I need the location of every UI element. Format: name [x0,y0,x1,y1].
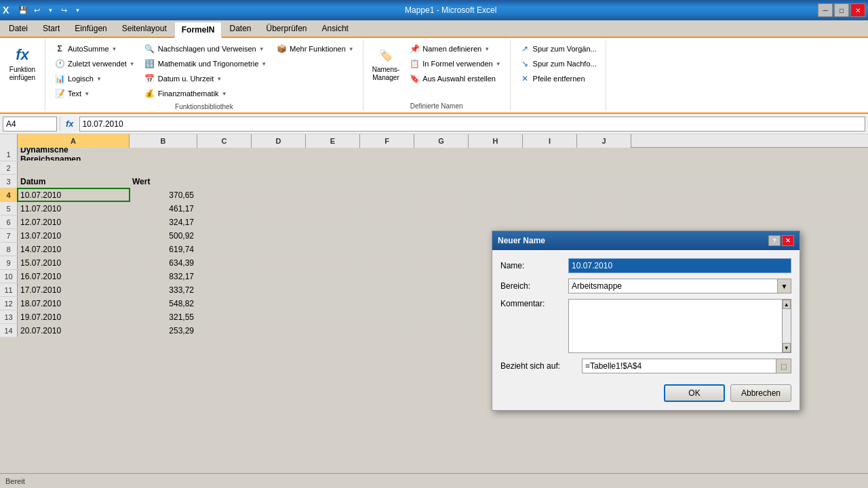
cell-C9[interactable] [197,256,252,269]
cell-C14[interactable] [197,324,252,337]
cell-F4[interactable] [360,188,414,201]
nachschlagen-btn[interactable]: 🔍 Nachschlagen und Verweisen ▼ [141,42,271,56]
funktion-einfuegen-btn[interactable]: fx Funktioneinfügen [5,42,39,84]
cell-D10[interactable] [252,270,306,283]
maximize-btn[interactable]: □ [834,3,849,17]
cell-J2[interactable] [577,161,631,174]
dialog-help-btn[interactable]: ? [768,235,781,246]
cell-A13[interactable]: 19.07.2010 [18,310,130,323]
dialog-bereich-select[interactable]: Arbeitsmappe [568,279,778,293]
cell-E12[interactable] [306,297,360,310]
logisch-arrow[interactable]: ▼ [96,76,102,82]
cell-J4[interactable] [577,188,631,201]
text-arrow[interactable]: ▼ [84,91,90,97]
cell-E4[interactable] [306,188,360,201]
aus-auswahl-btn[interactable]: 🔖 Aus Auswahl erstellen [406,72,504,85]
cell-B1[interactable] [130,148,197,161]
cell-J1[interactable] [577,148,631,161]
cell-D5[interactable] [252,202,306,215]
cell-B11[interactable]: 333,72 [130,283,197,296]
customize-quick-btn[interactable]: ▼ [71,4,83,16]
cell-A5[interactable]: 11.07.2010 [18,202,130,215]
finanzmathematik-btn[interactable]: 💰 Finanzmathematik ▼ [141,87,271,100]
cell-F6[interactable] [360,216,414,228]
cell-F13[interactable] [360,310,414,323]
cell-B14[interactable]: 253,29 [130,324,197,337]
cell-I1[interactable] [523,148,577,161]
tab-daten[interactable]: Daten [222,20,258,37]
cell-F9[interactable] [360,256,414,269]
in-formel-btn[interactable]: 📋 In Formel verwenden ▼ [406,57,504,70]
save-quick-btn[interactable]: 💾 [17,4,29,16]
cell-H1[interactable] [469,148,523,161]
zuletzt-btn[interactable]: 🕐 Zuletzt verwendet ▼ [51,57,138,70]
cell-A6[interactable]: 12.07.2010 [18,216,130,228]
cell-B4[interactable]: 370,65 [130,188,197,201]
cell-G9[interactable] [414,256,469,269]
cell-B6[interactable]: 324,17 [130,216,197,228]
dialog-ok-btn[interactable]: OK [664,384,725,402]
cell-B10[interactable]: 832,17 [130,270,197,283]
cell-A10[interactable]: 16.07.2010 [18,270,130,283]
dialog-bezieht-input[interactable] [582,359,776,373]
cell-E11[interactable] [306,283,360,296]
name-box[interactable] [3,117,57,131]
cell-C10[interactable] [197,270,252,283]
cell-B7[interactable]: 500,92 [130,229,197,242]
cell-A3[interactable]: Datum [18,175,130,188]
cell-H3[interactable] [469,175,523,188]
namens-manager-btn[interactable]: 🏷️ Namens-Manager [369,42,403,84]
cell-D7[interactable] [252,229,306,242]
spur-nachfo-btn[interactable]: ↘ Spur zum Nachfo... [516,57,600,70]
datum-arrow[interactable]: ▼ [216,76,222,82]
datum-btn[interactable]: 📅 Datum u. Uhrzeit ▼ [141,72,271,85]
cell-D8[interactable] [252,243,306,256]
cell-F12[interactable] [360,297,414,310]
cell-F10[interactable] [360,270,414,283]
cell-E3[interactable] [306,175,360,188]
cell-A1[interactable]: Dynamische Bereichsnamen [18,148,130,161]
finanzmathematik-arrow[interactable]: ▼ [222,91,227,97]
cell-D12[interactable] [252,297,306,310]
col-header-I[interactable]: I [523,134,577,148]
dialog-close-btn[interactable]: ✕ [782,235,794,246]
cell-G1[interactable] [414,148,469,161]
cell-G4[interactable] [414,188,469,201]
cell-D9[interactable] [252,256,306,269]
col-header-G[interactable]: G [414,134,469,148]
cell-E5[interactable] [306,202,360,215]
cell-E14[interactable] [306,324,360,337]
autosum-btn[interactable]: Σ AutoSumme ▼ [51,42,138,56]
cell-G5[interactable] [414,202,469,215]
cell-F1[interactable] [360,148,414,161]
mehr-btn[interactable]: 📦 Mehr Funktionen ▼ [273,42,357,56]
undo-dropdown-btn[interactable]: ▼ [44,4,56,16]
col-header-C[interactable]: C [197,134,252,148]
mathematik-arrow[interactable]: ▼ [261,61,267,67]
tab-seitenlayout[interactable]: Seitenlayout [115,20,174,37]
mehr-arrow[interactable]: ▼ [349,46,354,52]
minimize-btn[interactable]: ─ [818,3,833,17]
cell-E6[interactable] [306,216,360,228]
text-btn[interactable]: 📝 Text ▼ [51,87,138,100]
cell-D6[interactable] [252,216,306,228]
cell-E7[interactable] [306,229,360,242]
cell-C7[interactable] [197,229,252,242]
in-formel-arrow[interactable]: ▼ [496,61,501,67]
cell-G10[interactable] [414,270,469,283]
cell-C5[interactable] [197,202,252,215]
cell-A2[interactable] [18,161,130,174]
cell-B2[interactable] [130,161,197,174]
cell-J6[interactable] [577,216,631,228]
cell-H5[interactable] [469,202,523,215]
cell-D3[interactable] [252,175,306,188]
cell-C13[interactable] [197,310,252,323]
cell-C6[interactable] [197,216,252,228]
cell-F5[interactable] [360,202,414,215]
cell-B9[interactable]: 634,39 [130,256,197,269]
cell-A7[interactable]: 13.07.2010 [18,229,130,242]
scrollbar-up-btn[interactable]: ▲ [783,300,791,309]
cell-H6[interactable] [469,216,523,228]
cell-B12[interactable]: 548,82 [130,297,197,310]
cell-F11[interactable] [360,283,414,296]
